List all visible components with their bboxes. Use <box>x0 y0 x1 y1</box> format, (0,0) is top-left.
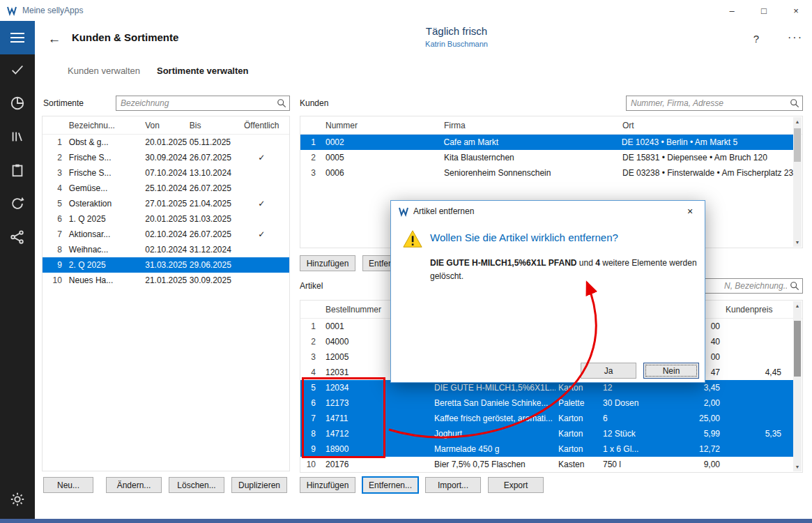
kunden-search <box>626 96 803 111</box>
table-row-selected[interactable]: 612173Beretta San Daniele Schinke...Pale… <box>300 395 794 411</box>
cell-ort: DE 15831 • Diepensee • Am Bruch 120 <box>620 153 795 162</box>
row-index: 7 <box>300 414 320 423</box>
cell-von: 30.09.2024 <box>145 153 190 162</box>
close-icon[interactable]: × <box>675 201 705 222</box>
dialog-titlebar: Artikel entfernen × <box>391 201 705 222</box>
kunden-hinzufuegen-button[interactable]: Hinzufügen <box>300 255 355 271</box>
artikel-scrollbar[interactable]: ▲ ▼ <box>793 301 802 471</box>
table-row-selected[interactable]: 814712JoghurtKarton12 Stück5,995,35 <box>300 426 794 441</box>
cell-preis: 2,00 <box>664 398 723 408</box>
article-name: DIE GUTE H-MILCH1,5%6X1L PFAND <box>430 258 576 268</box>
column-header-bestellnummer[interactable]: Bestellnummer <box>320 305 391 314</box>
column-header-oeffentlich[interactable]: Öffentlich <box>233 121 289 130</box>
window-controls: – □ × <box>716 0 812 21</box>
column-header-ort[interactable]: Ort <box>620 121 795 130</box>
dialog-message: DIE GUTE H-MILCH1,5%6X1L PFAND und 4 wei… <box>430 257 703 282</box>
scroll-down-icon[interactable]: ▼ <box>793 462 802 471</box>
column-header-firma[interactable]: Firma <box>441 121 620 130</box>
cell-bezeichnung: Osteraktion <box>66 199 145 209</box>
aendern-button[interactable]: Ändern... <box>106 477 162 493</box>
tab-kunden-verwalten[interactable]: Kunden verwalten <box>68 66 140 76</box>
cell-preis: 12,72 <box>664 444 723 454</box>
cell-bezeichnung: Neues Ha... <box>66 275 145 285</box>
tab-sortimente-verwalten[interactable]: Sortimente verwalten <box>157 66 249 76</box>
table-row[interactable]: 30006Seniorenheim SonnenscheinDE 03238 •… <box>300 165 802 181</box>
minimize-icon[interactable]: – <box>716 0 748 21</box>
more-menu-button[interactable]: ··· <box>783 29 807 46</box>
column-header-kundenpreis[interactable]: Kundenpreis <box>723 305 787 314</box>
row-index: 10 <box>43 275 66 285</box>
table-row[interactable]: 1Obst & g...20.01.202505.11.2025 <box>43 135 289 150</box>
sidebar-item-settings[interactable] <box>0 484 35 517</box>
cell-ort: DE 10243 • Berlin • Am Markt 5 <box>619 137 794 147</box>
column-header-bis[interactable]: Bis <box>190 121 234 130</box>
export-button[interactable]: Export <box>488 477 544 493</box>
cell-preis: 25,00 <box>664 414 723 423</box>
cell-von: 20.01.2025 <box>145 137 190 147</box>
cell-einheit: Karton <box>556 383 600 393</box>
table-row[interactable]: 3Frische S...07.10.202413.10.2024 <box>43 165 289 181</box>
kunden-search-input[interactable] <box>626 96 803 111</box>
hamburger-menu-button[interactable] <box>0 21 35 54</box>
column-header-bezeichnung[interactable]: Bezeichnu... <box>66 121 145 130</box>
sidebar-item-catalog[interactable] <box>0 121 35 155</box>
row-index: 4 <box>43 183 66 193</box>
table-row-selected[interactable]: 714711Kaffee frisch geröstet, aromati...… <box>300 411 794 426</box>
cell-bestellnummer: 0001 <box>320 321 391 331</box>
row-index: 1 <box>300 321 320 331</box>
sidebar-item-tasks[interactable] <box>0 54 35 88</box>
scroll-down-icon[interactable]: ▼ <box>793 238 802 247</box>
table-row[interactable]: 2Frische S...30.09.202426.07.2025✓ <box>43 150 289 165</box>
loeschen-button[interactable]: Löschen... <box>169 477 224 493</box>
table-row-selected[interactable]: 918900Marmelade 450 gKarton1 x 6 Gl...12… <box>300 441 794 457</box>
table-row[interactable]: 20005Kita BlausternchenDE 15831 • Diepen… <box>300 150 802 165</box>
table-row[interactable]: 5Osteraktion27.01.202521.04.2025✓ <box>43 196 289 211</box>
back-button[interactable]: ← <box>43 29 66 49</box>
sidebar-item-reports[interactable] <box>0 88 35 121</box>
cell-bis: 26.07.2025 <box>190 229 234 239</box>
cell-bezeichnung: DIE GUTE H-MILCH1,5%6X1L... <box>431 383 556 393</box>
scrollbar-thumb[interactable] <box>794 321 801 377</box>
cell-bestellnummer: 20176 <box>320 460 391 469</box>
artikel-entfernen-button[interactable]: Entfernen... <box>362 477 418 493</box>
nein-button[interactable]: Nein <box>643 363 699 379</box>
table-row[interactable]: 10Neues Ha...21.01.202530.09.2025 <box>43 273 289 288</box>
scroll-up-icon[interactable]: ▲ <box>793 117 802 126</box>
cell-von: 31.03.2025 <box>145 260 190 270</box>
artikel-label: Artikel <box>300 281 323 291</box>
scrollbar-thumb[interactable] <box>794 128 801 162</box>
table-row-selected[interactable]: 92. Q 202531.03.202529.06.2025 <box>43 257 289 273</box>
help-button[interactable]: ? <box>747 31 765 47</box>
cell-oeffentlich: ✓ <box>233 153 289 162</box>
sortimente-search-input[interactable] <box>116 96 290 111</box>
library-icon <box>10 129 25 147</box>
table-row[interactable]: 1020176Bier 7,5% 0,75 FlaschenKasten750 … <box>300 457 802 472</box>
cell-bis: 26.07.2025 <box>190 183 234 193</box>
table-row[interactable]: 7Aktionsar...02.10.202426.07.2025✓ <box>43 227 289 242</box>
column-header-nummer[interactable]: Nummer <box>320 121 441 130</box>
cell-menge: 30 Dosen <box>600 398 664 408</box>
duplizieren-button[interactable]: Duplizieren <box>231 477 287 493</box>
sidebar-item-share[interactable] <box>0 222 35 255</box>
row-index: 9 <box>43 260 66 270</box>
table-row[interactable]: 4Gemüse...25.10.202426.07.2025 <box>43 181 289 196</box>
artikel-hinzufuegen-button[interactable]: Hinzufügen <box>300 477 355 493</box>
table-row-selected[interactable]: 10002Cafe am MarktDE 10243 • Berlin • Am… <box>300 135 794 150</box>
neu-button[interactable]: Neu... <box>43 477 93 493</box>
sidebar-item-sync[interactable] <box>0 188 35 222</box>
sidebar-item-orders[interactable] <box>0 155 35 188</box>
cell-menge: 750 l <box>600 460 664 469</box>
maximize-icon[interactable]: □ <box>748 0 780 21</box>
cell-preis: 9,00 <box>664 460 723 469</box>
import-button[interactable]: Import... <box>425 477 481 493</box>
kunden-scrollbar[interactable]: ▲ ▼ <box>793 117 802 247</box>
table-row[interactable]: 8Weihnac...02.10.202431.12.2024 <box>43 242 289 257</box>
cell-bestellnummer: 12005 <box>320 352 391 362</box>
ja-button[interactable]: Ja <box>581 363 636 379</box>
gear-icon <box>10 492 25 510</box>
scroll-up-icon[interactable]: ▲ <box>793 301 802 310</box>
cell-bestellnummer: 12034 <box>320 383 391 393</box>
close-icon[interactable]: × <box>780 0 812 21</box>
column-header-von[interactable]: Von <box>145 121 190 130</box>
table-row[interactable]: 61. Q 202520.01.202531.03.2025 <box>43 211 289 227</box>
